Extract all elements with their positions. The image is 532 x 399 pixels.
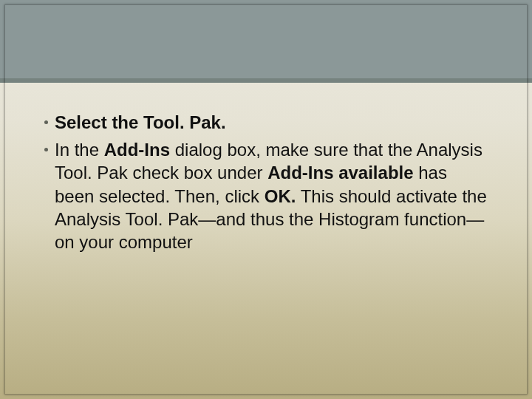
bullet-icon: [44, 120, 48, 124]
list-item: In the Add-Ins dialog box, make sure tha…: [44, 138, 488, 253]
list-item: Select the Tool. Pak.: [44, 111, 488, 134]
title-band: [0, 0, 532, 83]
bullet-text: Select the Tool. Pak.: [55, 111, 488, 134]
slide: Select the Tool. Pak. In the Add-Ins dia…: [0, 0, 532, 399]
bullet-text: In the Add-Ins dialog box, make sure tha…: [55, 138, 488, 253]
content-area: Select the Tool. Pak. In the Add-Ins dia…: [44, 111, 488, 258]
bullet-icon: [44, 148, 48, 151]
